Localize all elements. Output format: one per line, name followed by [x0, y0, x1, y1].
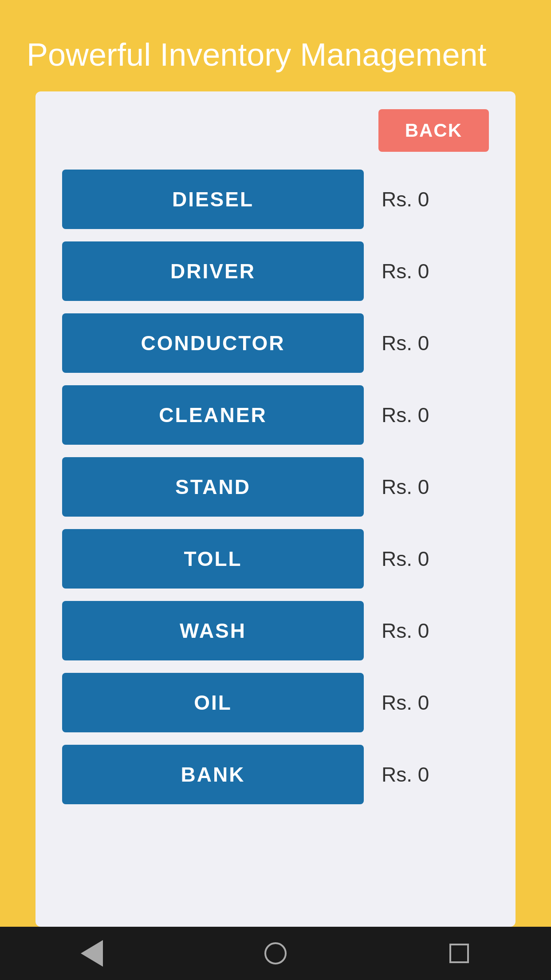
table-row: TOLL Rs. 0: [62, 529, 489, 589]
app-title: Powerful Inventory Management: [0, 0, 551, 91]
recent-icon: [449, 944, 469, 963]
conductor-amount: Rs. 0: [382, 331, 470, 355]
table-row: STAND Rs. 0: [62, 457, 489, 517]
diesel-amount: Rs. 0: [382, 187, 470, 211]
oil-amount: Rs. 0: [382, 691, 470, 715]
back-icon: [81, 940, 103, 967]
navigation-bar: [0, 927, 551, 980]
table-row: DIESEL Rs. 0: [62, 170, 489, 229]
table-row: CLEANER Rs. 0: [62, 385, 489, 445]
stand-button[interactable]: STAND: [62, 457, 364, 517]
app-header: Powerful Inventory Management: [0, 0, 551, 91]
cleaner-amount: Rs. 0: [382, 403, 470, 427]
diesel-button[interactable]: DIESEL: [62, 170, 364, 229]
table-row: CONDUCTOR Rs. 0: [62, 313, 489, 373]
oil-button[interactable]: OIL: [62, 673, 364, 732]
home-icon: [264, 942, 287, 964]
card-header: BACK: [62, 109, 489, 152]
bank-amount: Rs. 0: [382, 763, 470, 786]
toll-amount: Rs. 0: [382, 547, 470, 571]
table-row: DRIVER Rs. 0: [62, 241, 489, 301]
nav-back-button[interactable]: [79, 940, 105, 967]
table-row: WASH Rs. 0: [62, 601, 489, 660]
nav-recent-button[interactable]: [446, 940, 472, 967]
driver-button[interactable]: DRIVER: [62, 241, 364, 301]
bank-button[interactable]: BANK: [62, 745, 364, 804]
main-card: BACK DIESEL Rs. 0 DRIVER Rs. 0 CONDUCTOR…: [35, 91, 516, 927]
driver-amount: Rs. 0: [382, 259, 470, 283]
cleaner-button[interactable]: CLEANER: [62, 385, 364, 445]
table-row: OIL Rs. 0: [62, 673, 489, 732]
items-list: DIESEL Rs. 0 DRIVER Rs. 0 CONDUCTOR Rs. …: [62, 170, 489, 804]
wash-button[interactable]: WASH: [62, 601, 364, 660]
nav-home-button[interactable]: [262, 940, 289, 967]
toll-button[interactable]: TOLL: [62, 529, 364, 589]
wash-amount: Rs. 0: [382, 619, 470, 643]
table-row: BANK Rs. 0: [62, 745, 489, 804]
back-button[interactable]: BACK: [378, 109, 489, 152]
conductor-button[interactable]: CONDUCTOR: [62, 313, 364, 373]
stand-amount: Rs. 0: [382, 475, 470, 499]
